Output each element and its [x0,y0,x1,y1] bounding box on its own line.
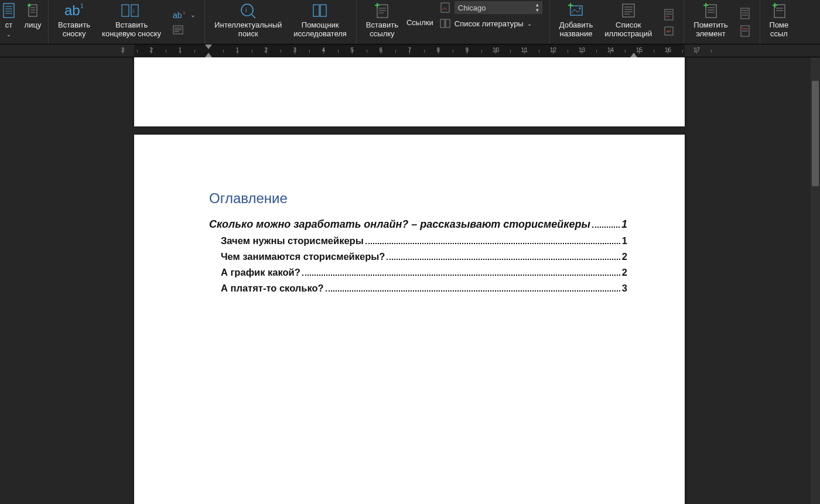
mark-citation-partial-label: Поме ссыл [770,21,789,39]
footnote-small-col: ab1 ⌄ [167,0,201,44]
show-notes-button[interactable] [170,24,197,36]
toc-entry-page: 1 [621,218,627,231]
links-button[interactable]: Ссылки [404,0,436,44]
footnote-icon: ab1 [64,1,84,20]
ribbon-group-citations-table: Поме ссыл [760,0,792,44]
insert-caption-button[interactable]: Добавить название [554,0,599,44]
index-small-col [734,0,756,44]
links-label: Ссылки [406,19,433,28]
svg-rect-25 [313,5,319,16]
cross-ref-icon: ↵ [664,26,674,36]
toc-leader [365,242,620,244]
mark-entry-button[interactable]: Пометить элемент [688,0,733,44]
toc-entry-page: 3 [622,283,627,294]
update-index-button[interactable] [737,23,753,39]
page-current[interactable]: Оглавление Сколько можно заработать онла… [134,135,685,504]
doc-plus-icon [27,1,39,20]
mark-entry-label: Пометить элемент [693,21,727,39]
scrollbar-thumb[interactable] [812,81,819,186]
svg-rect-57 [741,8,749,19]
toc-leader [387,258,620,260]
svg-rect-51 [706,5,716,18]
toc-entry[interactable]: Сколько можно заработать онлайн? – расск… [209,218,627,231]
bibliography-label: Список литературы [455,19,524,28]
mark-citation-partial[interactable]: Поме ссыл [764,0,789,44]
svg-text:i: i [245,6,247,13]
toc-entry[interactable]: А платят-то сколько?3 [221,283,627,294]
toc-entry-text: А график какой? [221,267,300,278]
svg-rect-27 [377,5,388,18]
svg-line-23 [252,15,255,18]
toc-dropdown-partial[interactable]: ст ⌄ [2,0,21,44]
ribbon-group-citations: Вставить ссылку Ссылки Chicago ▴▾ Список… [357,0,550,44]
toc-list: Сколько можно заработать онлайн? – расск… [209,218,627,294]
insert-citation-icon [374,1,390,20]
smart-lookup-label: Интеллектуальный поиск [214,21,282,39]
ribbon-group-toc: ст ⌄ лицу [2,0,49,44]
next-footnote-icon: ab1 [173,10,188,20]
cross-reference-button[interactable]: ↵ [661,25,676,37]
insert-table-ref-partial-label: лицу [25,21,42,30]
svg-rect-0 [4,4,14,18]
smart-lookup-button[interactable]: i Интеллектуальный поиск [209,0,288,44]
insert-endnote-label: Вставить концевую сноску [102,21,161,39]
svg-rect-33 [441,3,449,12]
update-figures-button[interactable] [661,7,676,22]
svg-text:ab: ab [173,11,182,20]
select-arrows-icon: ▴▾ [536,2,539,13]
svg-text:↵: ↵ [667,28,671,35]
citation-style-icon [439,2,451,13]
ribbon-group-index: Пометить элемент [684,0,760,44]
list-of-figures-label: Список иллюстраций [604,21,652,39]
insert-endnote-button[interactable]: i Вставить концевую сноску [96,0,167,44]
citation-style-value: Chicago [458,4,486,12]
mark-entry-icon [702,1,719,20]
citation-style-select[interactable]: Chicago ▴▾ [455,1,542,14]
svg-rect-26 [320,5,326,16]
update-doc-icon [664,8,674,21]
insert-footnote-label: Вставить сноску [58,21,90,39]
document-area[interactable]: Оглавление Сколько можно заработать онла… [0,57,820,504]
ribbon-group-footnotes: ab1 Вставить сноску i Вставить концевую … [49,0,205,44]
bibliography-button[interactable]: Список литературы ⌄ [439,18,542,29]
toc-leader [302,274,620,276]
mark-citation-icon [772,1,786,20]
vertical-scrollbar[interactable] [811,57,820,504]
svg-rect-40 [623,4,634,17]
toc-leader [592,225,620,228]
insert-caption-label: Добавить название [559,21,593,39]
toc-entry[interactable]: Зачем нужны сторисмейкеры1 [221,235,627,246]
svg-rect-5 [29,5,37,16]
insert-index-icon [740,7,750,20]
insert-citation-button[interactable]: Вставить ссылку [360,0,404,44]
citation-side-col: Chicago ▴▾ Список литературы ⌄ [436,0,546,44]
svg-rect-34 [440,19,445,28]
svg-rect-13 [122,5,129,16]
ruler-scale: 3211234567891011121314151617 [134,44,685,57]
chevron-down-icon: ⌄ [190,12,195,18]
insert-table-ref-partial[interactable]: лицу [21,0,45,44]
researcher-button[interactable]: Помощник исследователя [288,0,353,44]
toc-entry-page: 1 [622,235,627,246]
insert-citation-label: Вставить ссылку [366,21,398,39]
researcher-icon [311,1,330,20]
svg-rect-64 [774,5,785,18]
horizontal-ruler[interactable]: 3211234567891011121314151617 [0,44,820,57]
toc-entry-text: Сколько можно заработать онлайн? – расск… [209,218,590,231]
svg-text:ab: ab [64,2,80,18]
toc-entry[interactable]: Чем занимаются сторисмейкеры?2 [221,251,627,262]
list-of-figures-icon [621,1,636,20]
insert-footnote-button[interactable]: ab1 Вставить сноску [52,0,96,44]
endnote-icon: i [121,1,143,20]
toc-entry[interactable]: А график какой?2 [221,267,627,278]
list-of-figures-button[interactable]: Список иллюстраций [599,0,658,44]
researcher-label: Помощник исследователя [293,21,347,39]
insert-index-button[interactable] [737,6,753,21]
svg-text:i: i [133,8,134,14]
ribbon: ст ⌄ лицу ab1 Вставить сноску i В [0,0,820,44]
toc-entry-page: 2 [622,251,627,262]
next-footnote-button[interactable]: ab1 ⌄ [170,9,197,22]
ribbon-group-captions: Добавить название Список иллюстраций ↵ [550,0,685,44]
toc-title[interactable]: Оглавление [209,190,627,207]
page-previous-bottom[interactable] [134,57,685,126]
